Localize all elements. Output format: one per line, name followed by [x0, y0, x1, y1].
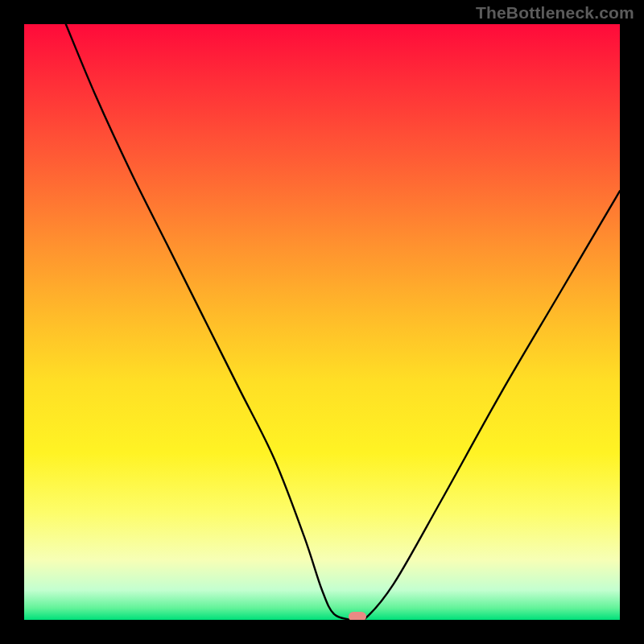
bottleneck-curve [24, 24, 620, 620]
optimum-marker [349, 612, 366, 620]
watermark-text: TheBottleneck.com [476, 3, 634, 23]
plot-area [24, 24, 620, 620]
chart-frame: TheBottleneck.com [0, 0, 644, 644]
